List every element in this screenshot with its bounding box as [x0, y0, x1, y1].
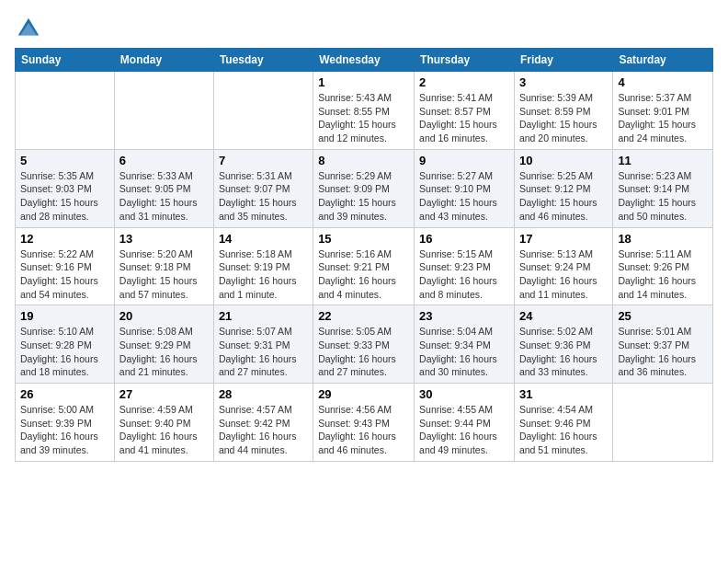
day-info: Sunrise: 5:37 AM Sunset: 9:01 PM Dayligh… [618, 91, 708, 145]
day-number: 9 [419, 154, 509, 167]
day-info: Sunrise: 5:08 AM Sunset: 9:29 PM Dayligh… [119, 325, 209, 379]
day-number: 15 [318, 232, 409, 246]
day-info: Sunrise: 5:05 AM Sunset: 9:33 PM Dayligh… [318, 325, 409, 379]
day-number: 5 [20, 154, 109, 167]
calendar-cell: 29Sunrise: 4:56 AM Sunset: 9:43 PM Dayli… [313, 384, 415, 462]
day-info: Sunrise: 5:18 AM Sunset: 9:19 PM Dayligh… [219, 247, 308, 302]
day-of-week-sunday: Sunday [16, 49, 115, 72]
day-info: Sunrise: 5:22 AM Sunset: 9:16 PM Dayligh… [20, 247, 109, 302]
calendar-cell: 4Sunrise: 5:37 AM Sunset: 9:01 PM Daylig… [613, 72, 713, 150]
day-number: 30 [419, 387, 509, 401]
day-info: Sunrise: 5:20 AM Sunset: 9:18 PM Dayligh… [119, 247, 209, 302]
day-of-week-monday: Monday [114, 49, 213, 72]
day-number: 19 [20, 309, 109, 323]
calendar-cell: 31Sunrise: 4:54 AM Sunset: 9:46 PM Dayli… [514, 384, 612, 462]
day-number: 6 [119, 154, 209, 167]
calendar-week-5: 26Sunrise: 5:00 AM Sunset: 9:39 PM Dayli… [16, 384, 713, 462]
day-info: Sunrise: 5:31 AM Sunset: 9:07 PM Dayligh… [219, 169, 308, 224]
day-info: Sunrise: 5:11 AM Sunset: 9:26 PM Dayligh… [618, 247, 708, 302]
day-info: Sunrise: 5:33 AM Sunset: 9:05 PM Dayligh… [119, 169, 209, 224]
calendar-cell [114, 72, 213, 150]
day-number: 10 [519, 154, 608, 167]
calendar-cell: 28Sunrise: 4:57 AM Sunset: 9:42 PM Dayli… [213, 384, 313, 462]
day-info: Sunrise: 4:57 AM Sunset: 9:42 PM Dayligh… [219, 403, 308, 457]
calendar-cell: 23Sunrise: 5:04 AM Sunset: 9:34 PM Dayli… [415, 305, 515, 384]
calendar-cell: 1Sunrise: 5:43 AM Sunset: 8:55 PM Daylig… [313, 72, 415, 150]
logo-icon [15, 15, 42, 42]
calendar-cell: 11Sunrise: 5:23 AM Sunset: 9:14 PM Dayli… [613, 149, 713, 227]
day-of-week-friday: Friday [514, 49, 612, 72]
calendar-cell: 6Sunrise: 5:33 AM Sunset: 9:05 PM Daylig… [114, 149, 213, 227]
day-number: 23 [419, 309, 509, 323]
calendar-cell: 7Sunrise: 5:31 AM Sunset: 9:07 PM Daylig… [213, 149, 313, 227]
day-number: 4 [618, 75, 708, 89]
calendar-cell [613, 384, 713, 462]
day-number: 24 [519, 309, 608, 323]
day-info: Sunrise: 5:35 AM Sunset: 9:03 PM Dayligh… [20, 169, 109, 224]
calendar-cell: 10Sunrise: 5:25 AM Sunset: 9:12 PM Dayli… [514, 149, 612, 227]
day-info: Sunrise: 5:29 AM Sunset: 9:09 PM Dayligh… [318, 169, 409, 224]
day-number: 14 [219, 232, 308, 246]
calendar-cell: 13Sunrise: 5:20 AM Sunset: 9:18 PM Dayli… [114, 227, 213, 305]
day-number: 21 [219, 309, 308, 323]
calendar-cell: 18Sunrise: 5:11 AM Sunset: 9:26 PM Dayli… [613, 227, 713, 305]
calendar-cell: 16Sunrise: 5:15 AM Sunset: 9:23 PM Dayli… [415, 227, 515, 305]
logo [15, 15, 46, 42]
calendar-cell: 24Sunrise: 5:02 AM Sunset: 9:36 PM Dayli… [514, 305, 612, 384]
calendar-cell: 25Sunrise: 5:01 AM Sunset: 9:37 PM Dayli… [613, 305, 713, 384]
day-info: Sunrise: 5:27 AM Sunset: 9:10 PM Dayligh… [419, 169, 509, 224]
calendar-cell: 8Sunrise: 5:29 AM Sunset: 9:09 PM Daylig… [313, 149, 415, 227]
day-info: Sunrise: 5:04 AM Sunset: 9:34 PM Dayligh… [419, 325, 509, 379]
day-info: Sunrise: 5:23 AM Sunset: 9:14 PM Dayligh… [618, 169, 708, 224]
calendar-cell [16, 72, 115, 150]
calendar-cell: 20Sunrise: 5:08 AM Sunset: 9:29 PM Dayli… [114, 305, 213, 384]
day-number: 28 [219, 387, 308, 401]
day-info: Sunrise: 5:02 AM Sunset: 9:36 PM Dayligh… [519, 325, 608, 379]
day-number: 17 [519, 232, 608, 246]
day-info: Sunrise: 4:55 AM Sunset: 9:44 PM Dayligh… [419, 403, 509, 457]
day-number: 3 [519, 75, 608, 89]
day-of-week-wednesday: Wednesday [313, 49, 415, 72]
calendar-cell: 17Sunrise: 5:13 AM Sunset: 9:24 PM Dayli… [514, 227, 612, 305]
day-of-week-thursday: Thursday [415, 49, 515, 72]
day-number: 26 [20, 387, 109, 401]
day-info: Sunrise: 5:00 AM Sunset: 9:39 PM Dayligh… [20, 403, 109, 457]
calendar-cell: 2Sunrise: 5:41 AM Sunset: 8:57 PM Daylig… [415, 72, 515, 150]
day-info: Sunrise: 4:56 AM Sunset: 9:43 PM Dayligh… [318, 403, 409, 457]
day-number: 22 [318, 309, 409, 323]
calendar-week-2: 5Sunrise: 5:35 AM Sunset: 9:03 PM Daylig… [16, 149, 713, 227]
calendar-cell: 19Sunrise: 5:10 AM Sunset: 9:28 PM Dayli… [16, 305, 115, 384]
calendar-cell: 9Sunrise: 5:27 AM Sunset: 9:10 PM Daylig… [415, 149, 515, 227]
calendar-cell: 5Sunrise: 5:35 AM Sunset: 9:03 PM Daylig… [16, 149, 115, 227]
day-info: Sunrise: 5:10 AM Sunset: 9:28 PM Dayligh… [20, 325, 109, 379]
day-info: Sunrise: 5:13 AM Sunset: 9:24 PM Dayligh… [519, 247, 608, 302]
calendar-week-4: 19Sunrise: 5:10 AM Sunset: 9:28 PM Dayli… [16, 305, 713, 384]
calendar-cell: 15Sunrise: 5:16 AM Sunset: 9:21 PM Dayli… [313, 227, 415, 305]
day-info: Sunrise: 5:15 AM Sunset: 9:23 PM Dayligh… [419, 247, 509, 302]
day-info: Sunrise: 5:16 AM Sunset: 9:21 PM Dayligh… [318, 247, 409, 302]
calendar-week-1: 1Sunrise: 5:43 AM Sunset: 8:55 PM Daylig… [16, 72, 713, 150]
day-number: 29 [318, 387, 409, 401]
day-number: 13 [119, 232, 209, 246]
day-number: 11 [618, 154, 708, 167]
day-info: Sunrise: 5:25 AM Sunset: 9:12 PM Dayligh… [519, 169, 608, 224]
day-number: 31 [519, 387, 608, 401]
calendar-header-row: SundayMondayTuesdayWednesdayThursdayFrid… [16, 49, 713, 72]
day-number: 20 [119, 309, 209, 323]
day-number: 2 [419, 75, 509, 89]
day-info: Sunrise: 5:43 AM Sunset: 8:55 PM Dayligh… [318, 91, 409, 145]
day-of-week-saturday: Saturday [613, 49, 713, 72]
day-number: 8 [318, 154, 409, 167]
day-info: Sunrise: 5:01 AM Sunset: 9:37 PM Dayligh… [618, 325, 708, 379]
calendar-cell: 14Sunrise: 5:18 AM Sunset: 9:19 PM Dayli… [213, 227, 313, 305]
day-number: 16 [419, 232, 509, 246]
day-of-week-tuesday: Tuesday [213, 49, 313, 72]
day-info: Sunrise: 5:07 AM Sunset: 9:31 PM Dayligh… [219, 325, 308, 379]
calendar-cell [213, 72, 313, 150]
day-number: 1 [318, 75, 409, 89]
day-number: 12 [20, 232, 109, 246]
day-info: Sunrise: 5:41 AM Sunset: 8:57 PM Dayligh… [419, 91, 509, 145]
calendar: SundayMondayTuesdayWednesdayThursdayFrid… [15, 48, 713, 462]
day-info: Sunrise: 5:39 AM Sunset: 8:59 PM Dayligh… [519, 91, 608, 145]
day-number: 27 [119, 387, 209, 401]
